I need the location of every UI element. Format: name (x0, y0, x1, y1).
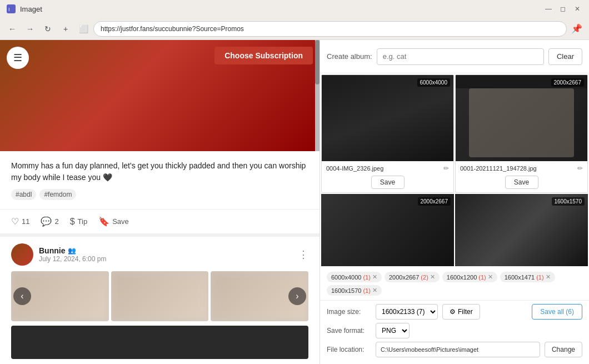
forward-button[interactable]: → (22, 21, 38, 37)
avatar-image (11, 243, 33, 266)
images-grid-top: 6000x4000 0004-IMG_2326.jpeg ✏ Save 2000… (320, 73, 589, 194)
save-action[interactable]: 🔖 Save (98, 216, 129, 227)
image-name-2: 0001-20211121_194728.jpg (460, 165, 575, 172)
image-size-select[interactable]: 1600x2133 (7) (376, 304, 438, 320)
album-input[interactable] (377, 48, 544, 65)
image-footer-2: 0001-20211121_194728.jpg ✏ (456, 161, 587, 173)
hamburger-icon: ☰ (13, 52, 22, 64)
new-tab-button[interactable]: + (58, 21, 73, 37)
filter-button[interactable]: ⚙ Filter (442, 304, 480, 320)
svg-text:I: I (8, 7, 10, 12)
hero-section: ☰ Choose Subscription (0, 40, 320, 151)
ftag-close-5[interactable]: ✕ (372, 287, 377, 294)
scrollbar[interactable] (315, 40, 320, 151)
ftag-label-4: 1600x1471 (505, 274, 535, 281)
post-2-bottom (11, 326, 308, 359)
heart-icon: ♡ (11, 216, 19, 227)
comment-action[interactable]: 💬 2 (41, 216, 58, 227)
save-image-2-button[interactable]: Save (505, 176, 538, 189)
ftag-label-1: 6000x4000 (331, 274, 361, 281)
comment-icon: 💬 (41, 216, 52, 227)
album-bar: Create album: Clear (320, 40, 589, 73)
image-footer-1: 0004-IMG_2326.jpeg ✏ (322, 161, 453, 173)
save-image-1-button[interactable]: Save (371, 176, 405, 189)
back-button[interactable]: ← (4, 21, 20, 37)
image-card-2 (111, 271, 209, 321)
ftag-close-1[interactable]: ✕ (372, 273, 377, 281)
images-grid-bottom: 2000x2667 1600x1570 (320, 194, 589, 267)
change-button[interactable]: Change (545, 342, 582, 357)
ftag-count-1: (1) (363, 274, 370, 281)
next-image-button[interactable]: › (288, 287, 306, 305)
image-person-silhouette (469, 88, 575, 157)
image-size-label: Image size: (327, 308, 371, 316)
url-bar[interactable]: https://justfor.fans/succubunnie?Source=… (93, 21, 567, 37)
file-location-input[interactable] (376, 342, 540, 357)
ftag-label-3: 1600x1200 (447, 274, 477, 281)
refresh-button[interactable]: ↻ (40, 21, 56, 37)
filter-tag-2[interactable]: 2000x2667 (2) ✕ (385, 272, 440, 282)
ftag-close-2[interactable]: ✕ (430, 273, 435, 281)
tag-femdom[interactable]: #femdom (39, 189, 76, 200)
extension-button[interactable]: 📌 (569, 21, 585, 37)
bottom-controls: Image size: 1600x2133 (7) ⚙ Filter Save … (320, 300, 589, 361)
titlebar: I Imaget — ◻ ✕ (0, 0, 589, 18)
save-format-row: Save format: PNG (327, 323, 582, 338)
filter-icon: ⚙ (450, 308, 456, 316)
filter-tag-4[interactable]: 1600x1471 (1) ✕ (500, 272, 555, 282)
post-1-actions: ♡ 11 💬 2 $ Tip 🔖 Save (0, 210, 320, 237)
ftag-close-3[interactable]: ✕ (488, 273, 493, 281)
filter-tag-5[interactable]: 1600x1570 (1) ✕ (327, 285, 382, 296)
save-all-button[interactable]: Save all (6) (532, 304, 582, 320)
ftag-label-5: 1600x1570 (331, 287, 361, 294)
blurred-image-2 (111, 271, 209, 321)
more-options-button[interactable]: ⋮ (298, 248, 308, 261)
close-button[interactable]: ✕ (572, 4, 582, 14)
menu-button[interactable]: ☰ (7, 47, 29, 69)
browser-bar: ← → ↻ + ⬜ https://justfor.fans/succubunn… (0, 18, 589, 40)
app-logo: I (7, 4, 16, 13)
post-2-date: July 12, 2024, 6:00 pm (39, 255, 293, 263)
edit-icon-2[interactable]: ✏ (577, 164, 583, 172)
address-button[interactable]: ⬜ (76, 21, 91, 37)
save-label: Save (112, 217, 129, 226)
subscribe-button[interactable]: Choose Subscription (214, 47, 313, 64)
post-1-text: Mommy has a fun day planned, let's get y… (11, 160, 308, 183)
left-panel: ☰ Choose Subscription Mommy has a fun da… (0, 40, 320, 364)
ftag-count-3: (1) (478, 274, 486, 281)
post-2-author: Bunnie 👥 (39, 246, 293, 255)
tip-action[interactable]: $ Tip (70, 217, 87, 227)
right-panel: Create album: Clear 6000x4000 0004-IMG_2… (320, 40, 589, 364)
image-dimensions-1: 6000x4000 (417, 78, 451, 87)
image-name-1: 0004-IMG_2326.jpeg (326, 165, 441, 172)
post-2-images: ‹ › (11, 271, 308, 321)
avatar (11, 243, 33, 266)
image-size-row: Image size: 1600x2133 (7) ⚙ Filter Save … (327, 304, 582, 320)
clear-button[interactable]: Clear (548, 48, 582, 65)
format-select[interactable]: PNG (376, 323, 410, 338)
image-item-1: 6000x4000 0004-IMG_2326.jpeg ✏ Save (321, 74, 454, 193)
lower-image-1: 2000x2667 (321, 194, 454, 266)
image-preview-1: 6000x4000 (322, 75, 453, 161)
filter-tag-1[interactable]: 6000x4000 (1) ✕ (327, 272, 382, 282)
filter-tags: 6000x4000 (1) ✕ 2000x2667 (2) ✕ 1600x120… (320, 267, 589, 300)
post-1-tags: #abdl #femdom (11, 189, 308, 200)
dollar-icon: $ (70, 217, 75, 227)
tag-abdl[interactable]: #abdl (11, 189, 36, 200)
image-dark-bg-2 (456, 88, 587, 161)
maximize-button[interactable]: ◻ (558, 4, 568, 14)
prev-image-button[interactable]: ‹ (13, 287, 31, 305)
filter-label: Filter (458, 308, 473, 316)
lower-dim-2: 1600x1570 (552, 197, 585, 206)
ftag-close-4[interactable]: ✕ (546, 273, 551, 281)
like-action[interactable]: ♡ 11 (11, 216, 29, 227)
minimize-button[interactable]: — (543, 4, 553, 14)
url-text: https://justfor.fans/succubunnie?Source=… (101, 25, 244, 33)
main-content: ☰ Choose Subscription Mommy has a fun da… (0, 40, 589, 364)
post-2-header: Bunnie 👥 July 12, 2024, 6:00 pm ⋮ (11, 243, 308, 266)
edit-icon-1[interactable]: ✏ (443, 164, 449, 172)
image-dimensions-2: 2000x2667 (551, 78, 585, 87)
lower-dim-1: 2000x2667 (418, 197, 451, 206)
filter-tag-3[interactable]: 1600x1200 (1) ✕ (442, 272, 497, 282)
save-format-label: Save format: (327, 327, 371, 335)
